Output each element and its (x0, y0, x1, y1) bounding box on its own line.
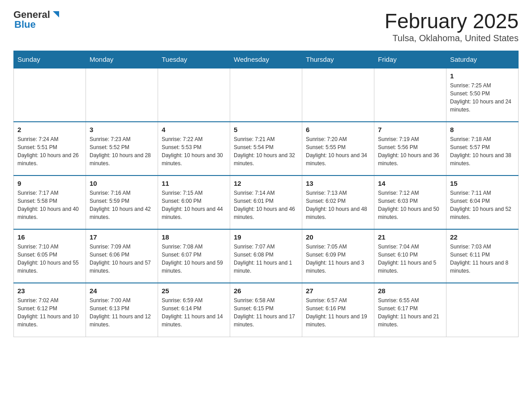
day-number: 2 (17, 126, 82, 133)
day-number: 1 (450, 72, 515, 80)
day-number: 10 (90, 180, 154, 187)
title-section: February 2025 Tulsa, Oklahoma, United St… (385, 9, 519, 43)
calendar-cell: 14Sunrise: 7:12 AM Sunset: 6:03 PM Dayli… (374, 176, 446, 229)
day-number: 8 (450, 126, 515, 133)
calendar-cell: 28Sunrise: 6:55 AM Sunset: 6:17 PM Dayli… (374, 283, 446, 337)
day-number: 26 (234, 287, 298, 295)
week-row-4: 16Sunrise: 7:10 AM Sunset: 6:05 PM Dayli… (14, 229, 519, 283)
day-info: Sunrise: 7:17 AM Sunset: 5:58 PM Dayligh… (17, 189, 82, 221)
day-number: 24 (90, 287, 154, 295)
location-subtitle: Tulsa, Oklahoma, United States (385, 33, 519, 43)
day-info: Sunrise: 7:18 AM Sunset: 5:57 PM Dayligh… (450, 135, 515, 167)
calendar-cell: 10Sunrise: 7:16 AM Sunset: 5:59 PM Dayli… (86, 176, 158, 229)
day-number: 7 (378, 126, 442, 133)
day-number: 20 (306, 233, 370, 241)
calendar-cell: 7Sunrise: 7:19 AM Sunset: 5:56 PM Daylig… (374, 122, 446, 176)
week-row-5: 23Sunrise: 7:02 AM Sunset: 6:12 PM Dayli… (14, 283, 519, 337)
calendar-cell (230, 68, 302, 122)
day-info: Sunrise: 7:15 AM Sunset: 6:00 PM Dayligh… (162, 189, 226, 221)
day-number: 14 (378, 180, 442, 187)
header-row: SundayMondayTuesdayWednesdayThursdayFrid… (14, 51, 519, 68)
day-info: Sunrise: 6:59 AM Sunset: 6:14 PM Dayligh… (162, 296, 226, 329)
calendar-cell: 6Sunrise: 7:20 AM Sunset: 5:55 PM Daylig… (302, 122, 374, 176)
header-day-thursday: Thursday (302, 51, 374, 68)
day-info: Sunrise: 7:09 AM Sunset: 6:06 PM Dayligh… (90, 243, 154, 275)
calendar-cell: 17Sunrise: 7:09 AM Sunset: 6:06 PM Dayli… (86, 229, 158, 283)
header-day-tuesday: Tuesday (158, 51, 230, 68)
day-info: Sunrise: 7:16 AM Sunset: 5:59 PM Dayligh… (90, 189, 154, 221)
day-info: Sunrise: 6:57 AM Sunset: 6:16 PM Dayligh… (306, 296, 370, 329)
day-info: Sunrise: 7:19 AM Sunset: 5:56 PM Dayligh… (378, 135, 442, 167)
calendar-cell: 25Sunrise: 6:59 AM Sunset: 6:14 PM Dayli… (158, 283, 230, 337)
day-number: 3 (90, 126, 154, 133)
header-day-friday: Friday (374, 51, 446, 68)
day-info: Sunrise: 7:14 AM Sunset: 6:01 PM Dayligh… (234, 189, 298, 221)
day-info: Sunrise: 7:02 AM Sunset: 6:12 PM Dayligh… (17, 296, 82, 329)
calendar-cell: 1Sunrise: 7:25 AM Sunset: 5:50 PM Daylig… (446, 68, 519, 122)
day-info: Sunrise: 7:23 AM Sunset: 5:52 PM Dayligh… (90, 135, 154, 167)
day-number: 25 (162, 287, 226, 295)
day-info: Sunrise: 7:10 AM Sunset: 6:05 PM Dayligh… (17, 243, 82, 275)
day-info: Sunrise: 7:00 AM Sunset: 6:13 PM Dayligh… (90, 296, 154, 329)
header-day-wednesday: Wednesday (230, 51, 302, 68)
calendar-cell: 20Sunrise: 7:05 AM Sunset: 6:09 PM Dayli… (302, 229, 374, 283)
calendar-cell (158, 68, 230, 122)
calendar-cell: 21Sunrise: 7:04 AM Sunset: 6:10 PM Dayli… (374, 229, 446, 283)
day-info: Sunrise: 7:04 AM Sunset: 6:10 PM Dayligh… (378, 243, 442, 275)
day-number: 27 (306, 287, 370, 295)
calendar-cell: 27Sunrise: 6:57 AM Sunset: 6:16 PM Dayli… (302, 283, 374, 337)
header-day-sunday: Sunday (14, 51, 86, 68)
day-info: Sunrise: 7:25 AM Sunset: 5:50 PM Dayligh… (450, 81, 515, 114)
day-number: 5 (234, 126, 298, 133)
day-number: 18 (162, 233, 226, 241)
day-info: Sunrise: 6:55 AM Sunset: 6:17 PM Dayligh… (378, 296, 442, 329)
day-info: Sunrise: 7:05 AM Sunset: 6:09 PM Dayligh… (306, 243, 370, 275)
calendar-cell (302, 68, 374, 122)
calendar-cell: 4Sunrise: 7:22 AM Sunset: 5:53 PM Daylig… (158, 122, 230, 176)
calendar-cell (86, 68, 158, 122)
day-info: Sunrise: 7:08 AM Sunset: 6:07 PM Dayligh… (162, 243, 226, 275)
calendar-cell: 11Sunrise: 7:15 AM Sunset: 6:00 PM Dayli… (158, 176, 230, 229)
calendar-cell: 15Sunrise: 7:11 AM Sunset: 6:04 PM Dayli… (446, 176, 519, 229)
day-number: 17 (90, 233, 154, 241)
day-info: Sunrise: 7:12 AM Sunset: 6:03 PM Dayligh… (378, 189, 442, 221)
day-number: 22 (450, 233, 515, 241)
calendar-cell: 5Sunrise: 7:21 AM Sunset: 5:54 PM Daylig… (230, 122, 302, 176)
logo-triangle-icon (51, 9, 61, 19)
page-header: General Blue February 2025 Tulsa, Oklaho… (13, 9, 519, 43)
day-number: 11 (162, 180, 226, 187)
header-day-saturday: Saturday (446, 51, 519, 68)
week-row-1: 1Sunrise: 7:25 AM Sunset: 5:50 PM Daylig… (14, 68, 519, 122)
svg-marker-0 (53, 11, 59, 17)
calendar-cell (446, 283, 519, 337)
day-info: Sunrise: 7:21 AM Sunset: 5:54 PM Dayligh… (234, 135, 298, 167)
header-day-monday: Monday (86, 51, 158, 68)
calendar-cell: 26Sunrise: 6:58 AM Sunset: 6:15 PM Dayli… (230, 283, 302, 337)
day-info: Sunrise: 7:07 AM Sunset: 6:08 PM Dayligh… (234, 243, 298, 275)
day-info: Sunrise: 7:13 AM Sunset: 6:02 PM Dayligh… (306, 189, 370, 221)
calendar-cell: 24Sunrise: 7:00 AM Sunset: 6:13 PM Dayli… (86, 283, 158, 337)
week-row-3: 9Sunrise: 7:17 AM Sunset: 5:58 PM Daylig… (14, 176, 519, 229)
calendar-cell: 19Sunrise: 7:07 AM Sunset: 6:08 PM Dayli… (230, 229, 302, 283)
week-row-2: 2Sunrise: 7:24 AM Sunset: 5:51 PM Daylig… (14, 122, 519, 176)
day-info: Sunrise: 7:11 AM Sunset: 6:04 PM Dayligh… (450, 189, 515, 221)
day-info: Sunrise: 7:22 AM Sunset: 5:53 PM Dayligh… (162, 135, 226, 167)
day-number: 16 (17, 233, 82, 241)
day-number: 9 (17, 180, 82, 187)
day-number: 4 (162, 126, 226, 133)
day-number: 12 (234, 180, 298, 187)
calendar-cell: 3Sunrise: 7:23 AM Sunset: 5:52 PM Daylig… (86, 122, 158, 176)
calendar-cell: 8Sunrise: 7:18 AM Sunset: 5:57 PM Daylig… (446, 122, 519, 176)
day-info: Sunrise: 7:24 AM Sunset: 5:51 PM Dayligh… (17, 135, 82, 167)
day-number: 19 (234, 233, 298, 241)
day-info: Sunrise: 7:03 AM Sunset: 6:11 PM Dayligh… (450, 243, 515, 275)
calendar-cell: 22Sunrise: 7:03 AM Sunset: 6:11 PM Dayli… (446, 229, 519, 283)
calendar-cell: 9Sunrise: 7:17 AM Sunset: 5:58 PM Daylig… (14, 176, 86, 229)
calendar-cell: 12Sunrise: 7:14 AM Sunset: 6:01 PM Dayli… (230, 176, 302, 229)
day-number: 15 (450, 180, 515, 187)
day-info: Sunrise: 6:58 AM Sunset: 6:15 PM Dayligh… (234, 296, 298, 329)
logo: General Blue (13, 9, 61, 30)
day-number: 13 (306, 180, 370, 187)
calendar-cell: 23Sunrise: 7:02 AM Sunset: 6:12 PM Dayli… (14, 283, 86, 337)
calendar-cell (374, 68, 446, 122)
